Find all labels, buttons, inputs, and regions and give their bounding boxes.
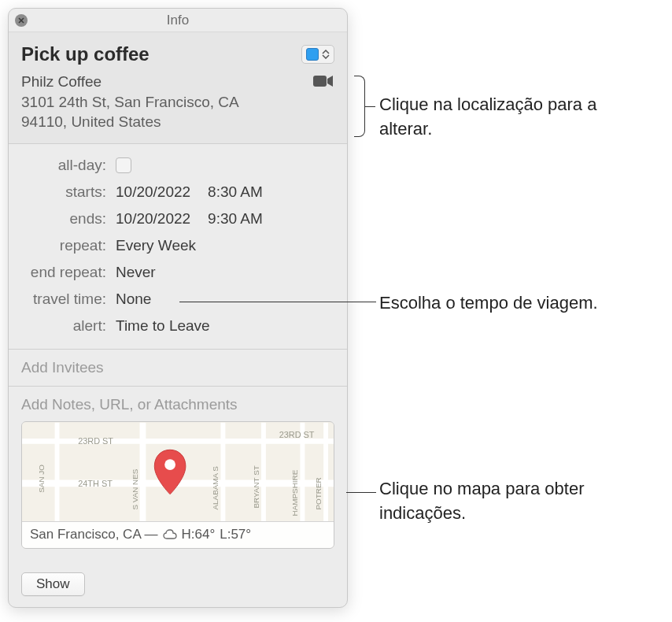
add-notes-field[interactable]: Add Notes, URL, or Attachments xyxy=(9,387,347,421)
add-invitees-field[interactable]: Add Invitees xyxy=(9,350,347,387)
label-repeat: repeat: xyxy=(21,237,116,254)
callout-map: Clique no mapa para obter indicações. xyxy=(379,477,639,526)
svg-text:23RD ST: 23RD ST xyxy=(279,430,315,439)
callout-location: Clique na localização para a alterar. xyxy=(379,93,639,142)
label-ends: ends: xyxy=(21,210,116,228)
svg-text:HAMPSHIRE: HAMPSHIRE xyxy=(290,469,299,516)
callout-connector xyxy=(364,106,375,107)
map-canvas: 23RD ST 23RD ST 24TH ST SAN JO S VAN NES… xyxy=(22,422,334,523)
label-end-repeat: end repeat: xyxy=(21,264,116,281)
location-row[interactable]: Philz Coffee 3101 24th St, San Francisco… xyxy=(21,72,334,132)
titlebar: Info xyxy=(9,9,347,32)
event-details: all-day: starts: 10/20/2022 8:30 AM ends… xyxy=(9,144,347,350)
svg-text:BRYANT ST: BRYANT ST xyxy=(252,465,260,508)
event-header: Pick up coffee Philz Coffee 3101 24th St… xyxy=(9,32,347,144)
cloud-icon xyxy=(163,529,177,540)
repeat-value[interactable]: Every Week xyxy=(116,237,196,254)
label-starts: starts: xyxy=(21,183,116,201)
starts-date[interactable]: 10/20/2022 xyxy=(116,183,190,201)
end-repeat-value[interactable]: Never xyxy=(116,264,156,281)
location-line2: 3101 24th St, San Francisco, CA xyxy=(21,92,239,113)
weather-lo: L:57° xyxy=(220,527,251,542)
svg-rect-2 xyxy=(313,76,327,87)
ends-time[interactable]: 9:30 AM xyxy=(208,210,263,228)
callout-brace xyxy=(354,76,365,137)
weather-city: San Francisco, CA — xyxy=(30,527,158,542)
label-all-day: all-day: xyxy=(21,157,116,174)
svg-text:24TH ST: 24TH ST xyxy=(78,479,113,488)
travel-time-value[interactable]: None xyxy=(116,291,151,308)
location-name: Philz Coffee xyxy=(21,72,239,92)
window-title: Info xyxy=(167,13,189,28)
svg-text:ALABAMA S: ALABAMA S xyxy=(211,466,220,510)
svg-text:S VAN NES: S VAN NES xyxy=(131,468,139,509)
calendar-picker[interactable] xyxy=(301,45,334,64)
event-info-popover: Info Pick up coffee Philz Coffee 3101 24… xyxy=(8,8,348,608)
video-call-icon[interactable] xyxy=(312,73,334,93)
callout-travel-time: Escolha o tempo de viagem. xyxy=(379,291,598,316)
location-text: Philz Coffee 3101 24th St, San Francisco… xyxy=(21,72,239,132)
svg-text:POTRER: POTRER xyxy=(314,477,323,509)
callout-connector xyxy=(346,492,376,493)
svg-text:SAN JO: SAN JO xyxy=(37,465,46,493)
map-preview[interactable]: 23RD ST 23RD ST 24TH ST SAN JO S VAN NES… xyxy=(21,421,334,549)
weather-hi: H:64° xyxy=(182,527,216,542)
ends-date[interactable]: 10/20/2022 xyxy=(116,210,190,228)
calendar-color-swatch xyxy=(306,48,319,61)
event-title[interactable]: Pick up coffee xyxy=(21,43,150,65)
starts-time[interactable]: 8:30 AM xyxy=(208,183,263,201)
label-alert: alert: xyxy=(21,317,116,335)
callout-connector xyxy=(179,302,376,302)
location-line3: 94110, United States xyxy=(21,112,239,132)
close-button[interactable] xyxy=(15,14,28,27)
all-day-checkbox[interactable] xyxy=(116,157,131,173)
svg-point-21 xyxy=(164,459,175,470)
show-button[interactable]: Show xyxy=(21,572,85,596)
svg-text:23RD ST: 23RD ST xyxy=(78,436,113,446)
weather-bar: San Francisco, CA — H:64° L:57° xyxy=(22,521,334,548)
chevron-updown-icon xyxy=(322,50,330,59)
close-icon xyxy=(17,17,25,24)
footer: Show xyxy=(9,561,347,607)
alert-value[interactable]: Time to Leave xyxy=(116,317,210,335)
label-travel-time: travel time: xyxy=(21,291,116,308)
